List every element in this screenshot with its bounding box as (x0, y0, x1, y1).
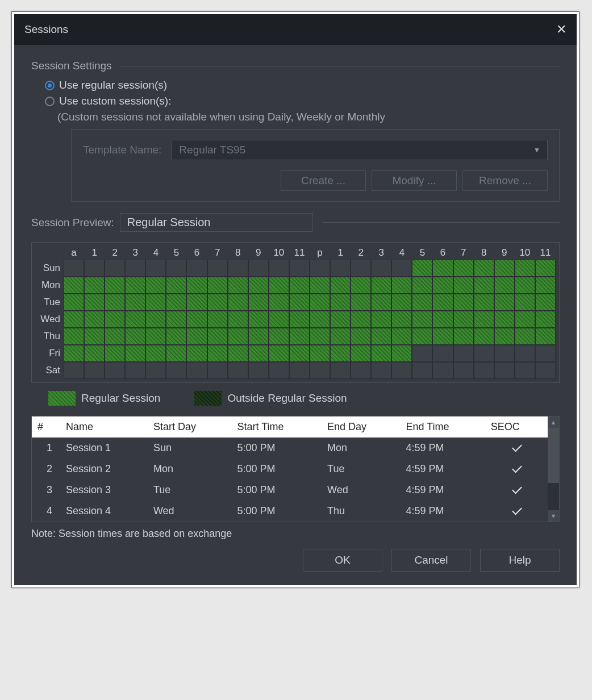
footer-buttons: OK Cancel Help (31, 549, 560, 572)
grid-cell (330, 294, 351, 311)
template-panel: Template Name: Regular TS95 ▼ Create ...… (71, 129, 560, 202)
scroll-thumb[interactable] (548, 428, 559, 483)
grid-hour-label: 10 (515, 246, 535, 260)
table-cell: 5:00 PM (232, 438, 322, 459)
grid-day-label: Mon (35, 277, 64, 294)
radio-regular-session[interactable]: Use regular session(s) (45, 79, 560, 91)
scrollbar[interactable]: ▲ ▼ (548, 416, 559, 522)
grid-cell (105, 294, 125, 311)
grid-cell (125, 260, 145, 277)
table-cell: Mon (322, 438, 400, 459)
create-button[interactable]: Create ... (281, 170, 366, 191)
scroll-down-icon[interactable]: ▼ (548, 510, 559, 522)
grid-cell (166, 345, 186, 362)
grid-cell (412, 260, 432, 277)
grid-cell (330, 328, 351, 345)
grid-cell (453, 328, 474, 345)
grid-cell (535, 260, 556, 277)
grid-cell (412, 328, 432, 345)
grid-cell (310, 311, 330, 328)
grid-cell (310, 277, 330, 294)
grid-day-label: Fri (35, 345, 64, 362)
grid-hour-label: 1 (330, 246, 351, 260)
grid-cell (515, 345, 535, 362)
remove-button[interactable]: Remove ... (462, 170, 548, 191)
grid-cell (105, 328, 125, 345)
radio-icon (45, 81, 55, 90)
grid-cell (474, 294, 494, 311)
scroll-track (548, 483, 559, 510)
template-name-label: Template Name: (83, 144, 161, 156)
grid-cell (535, 345, 556, 362)
grid-cell (84, 260, 105, 277)
grid-cell (432, 345, 453, 362)
grid-cell (351, 345, 371, 362)
grid-cell (207, 277, 228, 294)
grid-cell (64, 277, 84, 294)
grid-cell (453, 294, 474, 311)
grid-cell (248, 260, 269, 277)
radio-regular-label: Use regular session(s) (59, 79, 167, 91)
table-header-cell[interactable]: # (32, 416, 60, 438)
table-row[interactable]: 1Session 1Sun5:00 PMMon4:59 PM (32, 438, 548, 459)
table-header-cell[interactable]: Start Day (148, 416, 232, 438)
grid-cell (105, 277, 125, 294)
help-button[interactable]: Help (480, 549, 560, 572)
grid-cell (207, 294, 228, 311)
grid-cell (248, 294, 269, 311)
grid-cell (494, 311, 515, 328)
close-icon[interactable]: ✕ (556, 22, 566, 37)
table-header-cell[interactable]: End Day (322, 416, 400, 438)
legend-regular: Regular Session (48, 391, 160, 406)
session-table-panel: #NameStart DayStart TimeEnd DayEnd TimeS… (31, 416, 560, 522)
grid-cell (412, 277, 432, 294)
grid-cell (391, 260, 412, 277)
grid-cell (515, 260, 535, 277)
template-dropdown-value: Regular TS95 (179, 144, 245, 156)
radio-custom-session[interactable]: Use custom session(s): (45, 95, 560, 107)
grid-cell (145, 311, 166, 328)
template-button-row: Create ... Modify ... Remove ... (83, 170, 548, 191)
table-header-cell[interactable]: Name (60, 416, 148, 438)
radio-custom-label: Use custom session(s): (59, 95, 171, 107)
grid-cell (515, 328, 535, 345)
table-cell: 4 (32, 501, 60, 522)
grid-cell (535, 328, 556, 345)
grid-cell (474, 345, 494, 362)
grid-cell (351, 362, 371, 379)
grid-cell (310, 362, 330, 379)
grid-cell (186, 294, 207, 311)
grid-cell (535, 362, 556, 379)
table-cell: Mon (148, 459, 232, 480)
modify-button[interactable]: Modify ... (372, 170, 457, 191)
scroll-up-icon[interactable]: ▲ (548, 416, 559, 428)
grid-cell (453, 277, 474, 294)
grid-cell (330, 260, 351, 277)
cancel-button[interactable]: Cancel (391, 549, 471, 572)
template-dropdown[interactable]: Regular TS95 ▼ (172, 140, 548, 160)
table-header-cell[interactable]: End Time (400, 416, 485, 438)
grid-cell (269, 328, 289, 345)
table-header-cell[interactable]: Start Time (232, 416, 322, 438)
grid-cell (474, 362, 494, 379)
table-cell: 5:00 PM (232, 501, 322, 522)
grid-cell (84, 311, 105, 328)
grid-cell (186, 345, 207, 362)
table-header-cell[interactable]: SEOC (485, 416, 548, 438)
table-row[interactable]: 3Session 3Tue5:00 PMWed4:59 PM (32, 480, 548, 501)
dialog-body: Session Settings Use regular session(s) … (14, 45, 577, 585)
grid-cell (494, 294, 515, 311)
grid-cell (145, 328, 166, 345)
session-preview-row: Session Preview: Regular Session (31, 213, 560, 232)
grid-cell (289, 345, 310, 362)
grid-cell (84, 345, 105, 362)
radio-icon (45, 97, 55, 106)
table-cell: Sun (148, 438, 232, 459)
ok-button[interactable]: OK (303, 549, 382, 572)
grid-cell (64, 328, 84, 345)
grid-cell (145, 345, 166, 362)
session-preview-input[interactable]: Regular Session (120, 213, 313, 232)
table-row[interactable]: 4Session 4Wed5:00 PMThu4:59 PM (32, 501, 548, 522)
grid-cell (269, 362, 289, 379)
table-row[interactable]: 2Session 2Mon5:00 PMTue4:59 PM (32, 459, 548, 480)
